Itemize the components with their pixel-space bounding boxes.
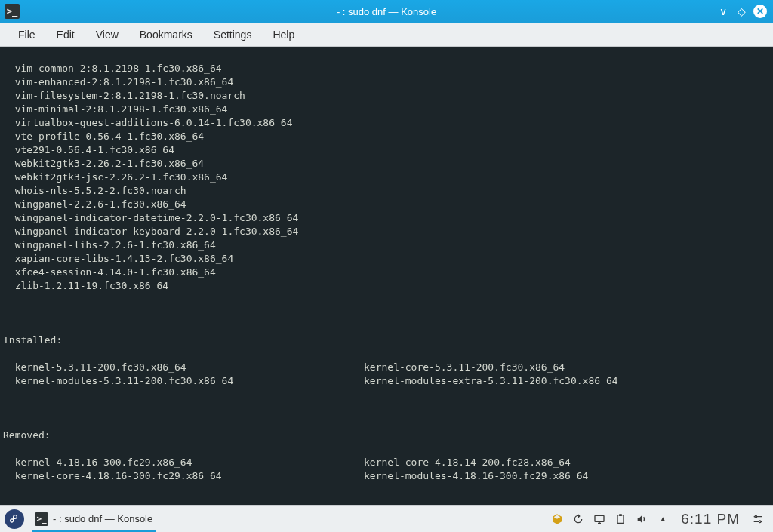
menu-settings[interactable]: Settings — [203, 24, 263, 45]
volume-icon[interactable] — [636, 513, 648, 525]
package-line: wingpanel-libs-2.2.6-1.fc30.x86_64 — [3, 238, 770, 252]
system-tray: ▲ 6:11 PM — [551, 511, 768, 527]
menu-help[interactable]: Help — [262, 24, 305, 45]
window-controls: ∨ ◇ ✕ — [717, 5, 773, 18]
package-line: xapian-core-libs-1.4.13-2.fc30.x86_64 — [3, 252, 770, 266]
package-line: vim-common-2:8.1.2198-1.fc30.x86_64 — [3, 62, 770, 75]
settings-toggle-icon[interactable] — [752, 513, 764, 525]
menu-file[interactable]: File — [8, 24, 46, 45]
svg-rect-0 — [595, 515, 604, 521]
removed-header: Removed: — [3, 429, 770, 442]
package-line: zlib-1.2.11-19.fc30.x86_64 — [3, 279, 770, 293]
taskbar: >_ - : sudo dnf — Konsole ▲ 6:11 PM — [0, 505, 773, 532]
package-line: webkit2gtk3-2.26.2-1.fc30.x86_64 — [3, 157, 770, 171]
package-line: wingpanel-indicator-datetime-2.2.0-1.fc3… — [3, 211, 770, 225]
menubar: File Edit View Bookmarks Settings Help — [0, 23, 773, 47]
start-menu-button[interactable] — [5, 509, 24, 529]
package-line: wingpanel-2.2.6-1.fc30.x86_64 — [3, 198, 770, 211]
package-line: vim-filesystem-2:8.1.2198-1.fc30.noarch — [3, 89, 770, 103]
konsole-icon: >_ — [35, 512, 48, 526]
clipboard-icon[interactable] — [614, 513, 627, 525]
maximize-button[interactable]: ◇ — [735, 5, 747, 17]
minimize-button[interactable]: ∨ — [717, 5, 729, 17]
package-row: kernel-core-4.18.16-300.fc29.x86_64kerne… — [3, 469, 770, 483]
menu-bookmarks[interactable]: Bookmarks — [129, 24, 203, 45]
fedora-icon — [8, 513, 20, 525]
package-line: virtualbox-guest-additions-6.0.14-1.fc30… — [3, 116, 770, 130]
package-line: vim-enhanced-2:8.1.2198-1.fc30.x86_64 — [3, 75, 770, 89]
package-line: vim-minimal-2:8.1.2198-1.fc30.x86_64 — [3, 103, 770, 116]
package-line: xfce4-session-4.14.0-1.fc30.x86_64 — [3, 266, 770, 279]
updates-icon[interactable] — [572, 513, 584, 525]
installed-header: Installed: — [3, 334, 770, 347]
svg-rect-2 — [619, 514, 622, 516]
svg-point-4 — [759, 521, 761, 523]
package-line: webkit2gtk3-jsc-2.26.2-1.fc30.x86_64 — [3, 171, 770, 184]
package-line: vte-profile-0.56.4-1.fc30.x86_64 — [3, 130, 770, 143]
menu-edit[interactable]: Edit — [46, 24, 85, 45]
package-row: kernel-5.3.11-200.fc30.x86_64kernel-core… — [3, 361, 770, 374]
package-line: vte291-0.56.4-1.fc30.x86_64 — [3, 143, 770, 157]
svg-rect-1 — [617, 515, 624, 523]
package-icon[interactable] — [551, 513, 563, 525]
package-row: kernel-modules-5.3.11-200.fc30.x86_64ker… — [3, 374, 770, 388]
taskbar-entry-label: - : sudo dnf — Konsole — [53, 513, 152, 524]
clock[interactable]: 6:11 PM — [681, 511, 740, 527]
window-titlebar: >_ - : sudo dnf — Konsole ∨ ◇ ✕ — [0, 0, 773, 23]
package-row: kernel-4.18.16-300.fc29.x86_64kernel-cor… — [3, 456, 770, 469]
svg-point-3 — [755, 515, 757, 518]
package-line: wingpanel-indicator-keyboard-2.2.0-1.fc3… — [3, 225, 770, 238]
tray-expand-icon[interactable]: ▲ — [657, 513, 669, 525]
display-icon[interactable] — [593, 513, 605, 525]
menu-view[interactable]: View — [85, 24, 129, 45]
konsole-icon: >_ — [5, 4, 20, 19]
close-button[interactable]: ✕ — [753, 5, 767, 18]
terminal-viewport[interactable]: vim-common-2:8.1.2198-1.fc30.x86_64 vim-… — [0, 47, 773, 505]
package-line: whois-nls-5.5.2-2.fc30.noarch — [3, 184, 770, 198]
taskbar-entry-konsole[interactable]: >_ - : sudo dnf — Konsole — [29, 510, 159, 528]
window-title: - : sudo dnf — Konsole — [0, 6, 773, 17]
